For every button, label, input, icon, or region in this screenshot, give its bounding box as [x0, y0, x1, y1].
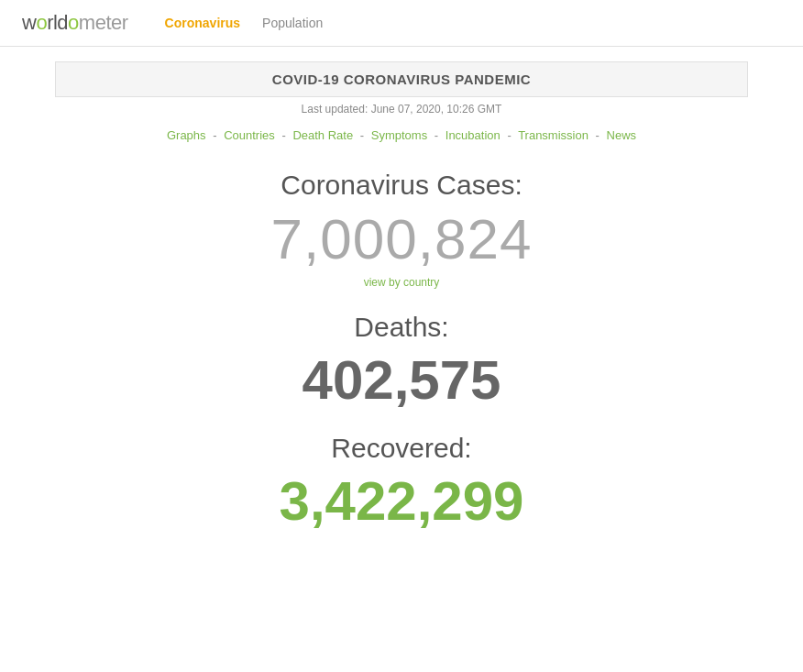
sub-nav-countries[interactable]: Countries [224, 128, 275, 142]
last-updated: Last updated: June 07, 2020, 10:26 GMT [0, 103, 803, 116]
recovered-section: Recovered: 3,422,299 [0, 433, 803, 532]
sub-nav: Graphs - Countries - Death Rate - Sympto… [0, 128, 803, 142]
sub-nav-death-rate[interactable]: Death Rate [292, 128, 353, 142]
header: worldometer Coronavirus Population [0, 0, 803, 47]
sep-1: - [213, 128, 216, 142]
cases-section: Coronavirus Cases: 7,000,824 view by cou… [0, 170, 803, 290]
sub-nav-graphs[interactable]: Graphs [167, 128, 206, 142]
sep-3: - [360, 128, 364, 142]
sub-nav-incubation[interactable]: Incubation [446, 128, 500, 142]
banner-title: COVID-19 CORONAVIRUS PANDEMIC [74, 72, 729, 87]
sep-5: - [507, 128, 511, 142]
nav-item-coronavirus[interactable]: Coronavirus [165, 15, 240, 31]
deaths-value: 402,575 [0, 350, 803, 411]
logo-meter: meter [79, 11, 128, 34]
sub-nav-news[interactable]: News [607, 128, 637, 142]
main-nav: Coronavirus Population [165, 15, 324, 31]
stats-container: Coronavirus Cases: 7,000,824 view by cou… [0, 151, 803, 572]
sub-nav-symptoms[interactable]: Symptoms [371, 128, 427, 142]
nav-item-population[interactable]: Population [262, 15, 323, 31]
logo[interactable]: worldometer [22, 11, 128, 35]
cases-value: 7,000,824 [0, 208, 803, 270]
deaths-section: Deaths: 402,575 [0, 312, 803, 411]
view-by-country-link[interactable]: view by country [364, 276, 440, 289]
sep-2: - [281, 128, 285, 142]
recovered-label: Recovered: [0, 433, 803, 464]
sep-4: - [434, 128, 438, 142]
logo-world: world [22, 11, 68, 34]
sep-6: - [596, 128, 600, 142]
sub-nav-transmission[interactable]: Transmission [518, 128, 588, 142]
deaths-label: Deaths: [0, 312, 803, 343]
cases-label: Coronavirus Cases: [0, 170, 803, 201]
recovered-value: 3,422,299 [0, 471, 803, 532]
nav-link-population[interactable]: Population [262, 16, 323, 30]
logo-o: o [68, 11, 79, 34]
banner: COVID-19 CORONAVIRUS PANDEMIC [55, 61, 748, 97]
nav-link-coronavirus[interactable]: Coronavirus [165, 16, 240, 30]
